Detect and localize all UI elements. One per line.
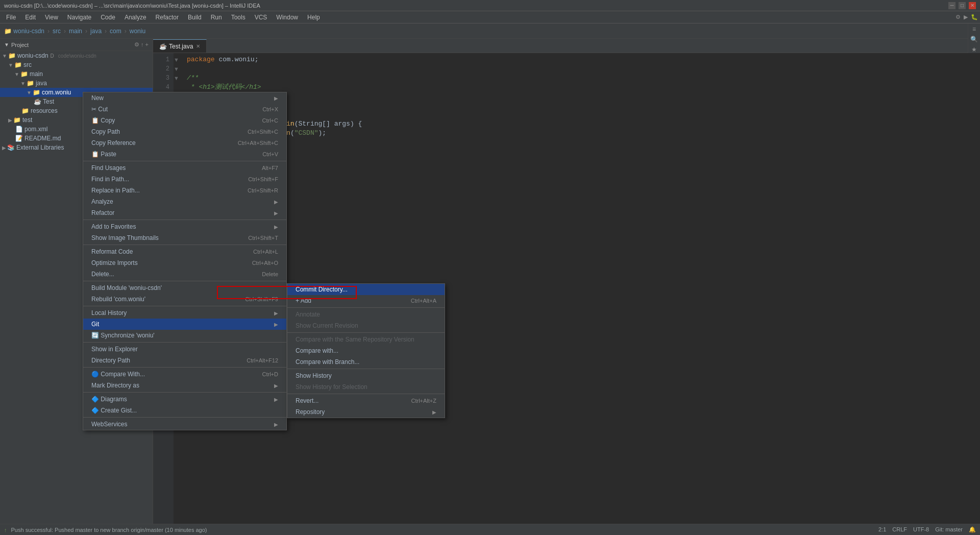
ctx-sep-4 [83,281,286,281]
git-commit-directory[interactable]: Commit Directory... [287,284,445,295]
menu-file[interactable]: File [2,13,20,22]
ctx-compare-with[interactable]: 🔵 Compare With... Ctrl+D [83,369,286,380]
breadcrumb-main[interactable]: main [69,28,82,35]
breadcrumb-src[interactable]: src [53,28,61,35]
ctx-new[interactable]: New ▶ [83,92,286,104]
tab-bar: ☕ Test.java ✕ [153,39,980,53]
ctx-sep-9 [83,417,286,418]
status-vcs[interactable]: Git: master [935,526,963,533]
ctx-show-thumbnails[interactable]: Show Image Thumbnails Ctrl+Shift+T [83,232,286,244]
status-right: 2:1 CRLF UTF-8 Git: master 🔔 [878,526,976,533]
ctx-sep-7 [83,367,286,368]
restore-button[interactable]: □ [959,2,966,9]
git-show-current-revision: Show Current Revision [287,320,445,331]
tree-item-src[interactable]: ▼ 📁 src [0,60,153,69]
status-bar: ↑ Push successful: Pushed master to new … [0,524,980,535]
structure-icon[interactable]: ≡ [972,26,976,33]
git-compare-with[interactable]: Compare with... [287,345,445,356]
ctx-reformat[interactable]: Reformat Code Ctrl+Alt+L [83,246,286,257]
ctx-optimize-imports[interactable]: Optimize Imports Ctrl+Alt+O [83,257,286,269]
ctx-show-explorer[interactable]: Show in Explorer [83,344,286,355]
ctx-build-module[interactable]: Build Module 'woniu-csdn' [83,282,286,294]
breadcrumb-com[interactable]: com [110,28,121,35]
ctx-synchronize[interactable]: 🔄 Synchronize 'woniu' [83,330,286,341]
menu-build[interactable]: Build [184,13,206,22]
menu-navigate[interactable]: Navigate [63,13,95,22]
status-text: Push successful: Pushed master to new br… [11,527,207,533]
toolbar: 📁 woniu-csdn › src › main › java › com ›… [0,23,980,39]
status-line-ending[interactable]: CRLF [892,526,907,533]
right-toolbar: ≡ 🔍 ★ [968,23,980,53]
status-encoding[interactable]: UTF-8 [913,526,929,533]
menu-tools[interactable]: Tools [227,13,250,22]
ctx-copy-reference[interactable]: Copy Reference Ctrl+Alt+Shift+C [83,137,286,149]
ctx-sep-2 [83,220,286,220]
search-icon[interactable]: 🔍 [970,36,978,43]
ctx-sep-6 [83,342,286,343]
title-text: woniu-csdn [D:\...\code\woniu-csdn] – ..… [4,3,260,9]
git-repository[interactable]: Repository ▶ [287,406,445,418]
status-notification-icon: 🔔 [969,526,976,533]
git-compare-branch[interactable]: Compare with Branch... [287,356,445,368]
menu-bar: File Edit View Navigate Code Analyze Ref… [0,11,980,23]
git-add[interactable]: + Add Ctrl+Alt+A [287,295,445,306]
tree-item-woniu-csdn[interactable]: ▼ 📁 woniu-csdn D code\woniu-csdn [0,51,153,60]
breadcrumb-root[interactable]: 📁 woniu-csdn [4,28,44,35]
ctx-refactor[interactable]: Refactor ▶ [83,207,286,218]
ctx-analyze[interactable]: Analyze ▶ [83,196,286,207]
close-button[interactable]: ✕ [969,2,976,9]
git-sep-3 [287,369,445,369]
ctx-paste[interactable]: 📋 Paste Ctrl+V [83,149,286,160]
ctx-sep-3 [83,245,286,245]
ctx-cut[interactable]: ✂ Cut Ctrl+X [83,104,286,115]
tab-test-java[interactable]: ☕ Test.java ✕ [153,39,207,53]
tree-item-main[interactable]: ▼ 📁 main [0,69,153,79]
git-show-history[interactable]: Show History [287,370,445,381]
menu-window[interactable]: Window [272,13,302,22]
menu-run[interactable]: Run [207,13,226,22]
ctx-copy-path[interactable]: Copy Path Ctrl+Shift+C [83,126,286,137]
breadcrumb-java[interactable]: java [90,28,102,35]
git-sep-1 [287,307,445,308]
ctx-copy[interactable]: 📋 Copy Ctrl+C [83,115,286,126]
menu-vcs[interactable]: VCS [251,13,272,22]
ctx-directory-path[interactable]: Directory Path Ctrl+Alt+F12 [83,355,286,366]
title-bar-controls: ─ □ ✕ [948,2,976,9]
git-sep-2 [287,332,445,333]
ctx-local-history[interactable]: Local History ▶ [83,307,286,319]
ctx-webservices[interactable]: WebServices ▶ [83,419,286,430]
menu-view[interactable]: View [41,13,62,22]
menu-edit[interactable]: Edit [21,13,40,22]
ctx-create-gist[interactable]: 🔷 Create Gist... [83,405,286,416]
tree-item-java[interactable]: ▼ 📁 java [0,79,153,88]
ctx-find-in-path[interactable]: Find in Path... Ctrl+Shift+F [83,174,286,185]
project-header: ▼ Project ⚙ ↑ + [0,39,153,51]
menu-analyze[interactable]: Analyze [120,13,151,22]
minimize-button[interactable]: ─ [948,2,955,9]
ctx-rebuild[interactable]: Rebuild 'com.woniu' Ctrl+Shift+F9 [83,294,286,305]
breadcrumb-woniu[interactable]: woniu [130,28,145,35]
title-bar: woniu-csdn [D:\...\code\woniu-csdn] – ..… [0,0,980,11]
ctx-sep-8 [83,392,286,393]
status-position[interactable]: 2:1 [878,526,886,533]
git-revert[interactable]: Revert... Ctrl+Alt+Z [287,395,445,406]
git-sep-4 [287,394,445,394]
ctx-replace-in-path[interactable]: Replace in Path... Ctrl+Shift+R [83,185,286,196]
ctx-sep-5 [83,306,286,306]
tab-close-icon[interactable]: ✕ [196,43,200,49]
menu-help[interactable]: Help [303,13,324,22]
ctx-delete[interactable]: Delete... Delete [83,269,286,280]
menu-code[interactable]: Code [96,13,119,22]
git-compare-same-repo: Compare with the Same Repository Version [287,334,445,345]
status-icon: ↑ [4,527,7,533]
menu-refactor[interactable]: Refactor [152,13,183,22]
ctx-sep-1 [83,161,286,161]
context-menu: New ▶ ✂ Cut Ctrl+X 📋 Copy Ctrl+C Copy Pa… [83,92,287,430]
ctx-mark-directory[interactable]: Mark Directory as ▶ [83,380,286,391]
ctx-find-usages[interactable]: Find Usages Alt+F7 [83,162,286,174]
ctx-git[interactable]: Git ▶ [83,319,286,330]
bookmark-icon[interactable]: ★ [971,46,977,53]
ctx-diagrams[interactable]: 🔷 Diagrams ▶ [83,394,286,405]
git-annotate: Annotate [287,309,445,320]
ctx-add-favorites[interactable]: Add to Favorites ▶ [83,221,286,232]
